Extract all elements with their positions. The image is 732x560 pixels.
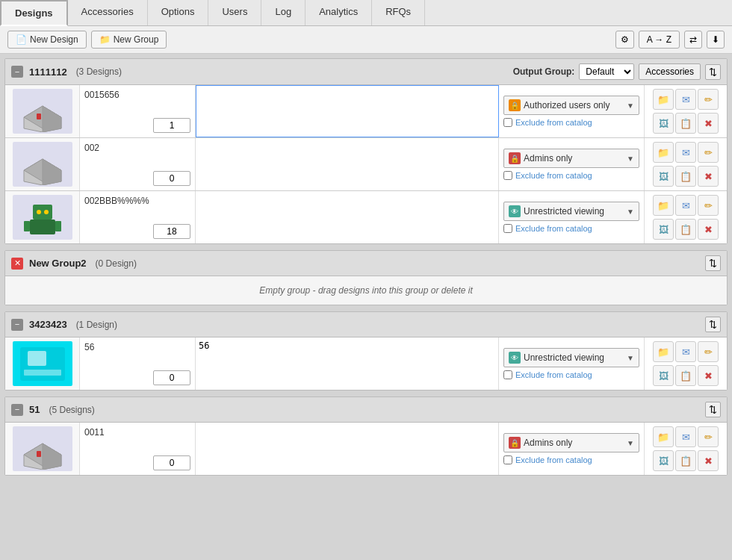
design-0015656-access-dropdown[interactable]: 🔒 Authorized users only ▼ [503, 96, 639, 115]
design-56-desc-col[interactable]: 56 [196, 337, 499, 390]
export-button[interactable]: ⬇ [707, 31, 725, 49]
edit-0011-icon-btn[interactable]: ✏ [698, 426, 719, 447]
group-3423423: − 3423423 (1 Design) ⇅ 56 [4, 311, 728, 391]
tab-log[interactable]: Log [261, 0, 305, 25]
design-0011-exclude-checkbox[interactable] [503, 455, 512, 464]
edit-002bbb-icon-btn[interactable]: ✏ [698, 195, 719, 216]
image-56-icon-btn[interactable]: 🖼 [653, 365, 674, 386]
design-0015656-exclude-checkbox[interactable] [503, 118, 512, 127]
delete-002bbb-icon-btn[interactable]: ✖ [698, 219, 719, 240]
svg-rect-8 [30, 220, 55, 234]
tab-options[interactable]: Options [148, 0, 209, 25]
settings-icon-button[interactable]: ⚙ [615, 31, 634, 49]
email-002-icon-btn[interactable]: ✉ [675, 142, 696, 163]
image-002bbb-icon-btn[interactable]: 🖼 [653, 219, 674, 240]
design-002bbb-desc-col[interactable] [196, 191, 499, 243]
copy-56-icon-btn[interactable]: 📋 [675, 365, 696, 386]
design-56-exclude-label[interactable]: Exclude from catalog [503, 370, 639, 379]
design-002-desc-col[interactable] [196, 138, 499, 190]
access-002bbb-chevron-down-icon: ▼ [627, 208, 634, 216]
design-0011-exclude-label[interactable]: Exclude from catalog [503, 455, 639, 464]
copy-002bbb-icon-btn[interactable]: 📋 [675, 219, 696, 240]
image-002-icon-btn[interactable]: 🖼 [653, 166, 674, 187]
transfer-button[interactable]: ⇄ [684, 31, 702, 49]
edit-icon-btn[interactable]: ✏ [698, 89, 719, 110]
copy-icon-btn[interactable]: 📋 [675, 113, 696, 134]
folder-icon-btn[interactable]: 📁 [653, 89, 674, 110]
design-002bbb-description[interactable] [199, 194, 495, 240]
design-0011-description[interactable] [199, 426, 495, 472]
design-002-access-dropdown[interactable]: 🔒 Admins only ▼ [503, 149, 639, 168]
svg-point-11 [37, 210, 41, 214]
design-56-qty[interactable] [153, 370, 190, 385]
output-group-select[interactable]: Default Group 1 Group 2 [579, 63, 634, 80]
edit-56-icon-btn[interactable]: ✏ [698, 341, 719, 362]
design-56-description[interactable]: 56 [199, 340, 495, 387]
group-51: − 51 (5 Designs) ⇅ 0011 [4, 396, 728, 476]
new-group-button[interactable]: 📁 New Group [91, 31, 167, 49]
group-newgroup2-name: New Group2 [29, 258, 87, 269]
design-56-thumbnail [5, 337, 80, 390]
design-002-description[interactable] [199, 141, 495, 187]
group-3423423-sort-btn[interactable]: ⇅ [705, 317, 721, 332]
new-design-button[interactable]: 📄 New Design [7, 31, 87, 49]
sort-az-button[interactable]: A → Z [639, 31, 680, 49]
design-56-access-dropdown[interactable]: 👁 Unrestricted viewing ▼ [503, 348, 639, 367]
design-002-exclude-label[interactable]: Exclude from catalog [503, 171, 639, 180]
group-1111112-collapse-btn[interactable]: − [11, 66, 23, 78]
design-0015656-description[interactable] [199, 89, 495, 134]
delete-0011-icon-btn[interactable]: ✖ [698, 450, 719, 471]
accessories-button[interactable]: Accessories [639, 63, 701, 80]
design-56-actions-col: 📁 ✉ ✏ 🖼 📋 ✖ [645, 337, 727, 390]
design-0011-access-dropdown[interactable]: 🔒 Admins only ▼ [503, 433, 639, 452]
copy-002-icon-btn[interactable]: 📋 [675, 166, 696, 187]
delete-002-icon-btn[interactable]: ✖ [698, 166, 719, 187]
group-newgroup2-sort-btn[interactable]: ⇅ [705, 255, 721, 271]
tab-accessories[interactable]: Accessories [68, 0, 148, 25]
delete-56-icon-btn[interactable]: ✖ [698, 365, 719, 386]
copy-0011-icon-btn[interactable]: 📋 [675, 450, 696, 471]
new-design-icon: 📄 [16, 34, 27, 45]
design-002-exclude-checkbox[interactable] [503, 171, 512, 180]
design-002bbb-qty[interactable] [153, 224, 190, 239]
email-0011-icon-btn[interactable]: ✉ [675, 426, 696, 447]
tab-users[interactable]: Users [208, 0, 261, 25]
delete-icon-btn[interactable]: ✖ [698, 113, 719, 134]
design-0015656-qty[interactable] [153, 118, 190, 133]
top-nav: Designs Accessories Options Users Log An… [0, 0, 732, 26]
edit-002-icon-btn[interactable]: ✏ [698, 142, 719, 163]
folder-56-icon-btn[interactable]: 📁 [653, 341, 674, 362]
tab-designs[interactable]: Designs [0, 0, 68, 26]
email-icon-btn[interactable]: ✉ [675, 89, 696, 110]
tab-rfqs[interactable]: RFQs [372, 0, 425, 25]
design-56-exclude-checkbox[interactable] [503, 370, 512, 379]
design-row-002: 002 🔒 Admins only ▼ Exclude from catalog [5, 138, 727, 191]
design-002bbb-access-dropdown[interactable]: 👁 Unrestricted viewing ▼ [503, 202, 639, 221]
folder-002-icon-btn[interactable]: 📁 [653, 142, 674, 163]
image-0011-icon-btn[interactable]: 🖼 [653, 450, 674, 471]
email-002bbb-icon-btn[interactable]: ✉ [675, 195, 696, 216]
design-row-002bbb: 002BBB%%%% 👁 Unrestricted viewing ▼ Excl… [5, 191, 727, 243]
design-002-qty[interactable] [153, 171, 190, 186]
group-1111112-sort-btn[interactable]: ⇅ [705, 64, 721, 80]
design-0015656-name: 0015656 [84, 90, 190, 100]
group-3423423-collapse-btn[interactable]: − [11, 319, 23, 331]
image-icon-btn[interactable]: 🖼 [653, 113, 674, 134]
design-0015656-desc-col[interactable] [196, 85, 499, 137]
design-002bbb-exclude-label[interactable]: Exclude from catalog [503, 224, 639, 233]
design-0011-desc-col[interactable] [196, 423, 499, 475]
group-51-name: 51 [29, 404, 40, 415]
folder-002bbb-icon-btn[interactable]: 📁 [653, 195, 674, 216]
group-51-sort-btn[interactable]: ⇅ [705, 402, 721, 417]
design-002bbb-exclude-checkbox[interactable] [503, 224, 512, 233]
group-51-collapse-btn[interactable]: − [11, 404, 23, 416]
group-newgroup2-delete-btn[interactable]: ✕ [11, 258, 23, 270]
folder-0011-icon-btn[interactable]: 📁 [653, 426, 674, 447]
email-56-icon-btn[interactable]: ✉ [675, 341, 696, 362]
svg-marker-2 [43, 106, 61, 132]
design-0011-qty[interactable] [153, 455, 190, 470]
design-0015656-exclude-label[interactable]: Exclude from catalog [503, 118, 639, 127]
svg-rect-14 [28, 351, 46, 366]
tab-analytics[interactable]: Analytics [305, 0, 372, 25]
svg-rect-10 [55, 221, 61, 231]
